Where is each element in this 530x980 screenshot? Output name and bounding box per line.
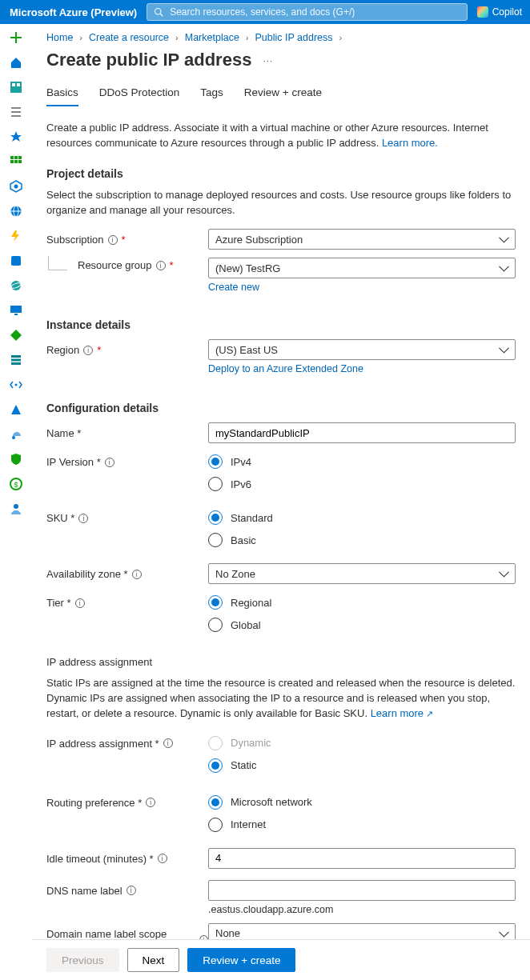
info-icon[interactable]: i	[108, 235, 118, 245]
radio-ipv6[interactable]: IPv6	[208, 477, 516, 491]
radio-label: Internet	[231, 818, 266, 830]
previous-button: Previous	[46, 948, 119, 972]
tab-ddos-protection[interactable]: DDoS Protection	[99, 86, 180, 106]
nav-vnet[interactable]	[7, 376, 25, 394]
info-icon[interactable]: i	[105, 458, 114, 467]
radio-label: Standard	[231, 512, 273, 524]
svg-rect-3	[12, 83, 15, 86]
brand[interactable]: Microsoft Azure (Preview)	[10, 6, 137, 18]
dns-name-input[interactable]	[208, 880, 516, 901]
radio-internet[interactable]: Internet	[208, 818, 516, 832]
nav-sql[interactable]	[7, 252, 25, 270]
breadcrumb-marketplace[interactable]: Marketplace	[185, 32, 239, 43]
breadcrumb-public-ip[interactable]: Public IP address	[255, 32, 333, 43]
nav-cosmos[interactable]	[7, 277, 25, 294]
info-icon[interactable]: i	[158, 854, 167, 863]
svg-rect-22	[11, 359, 21, 362]
nav-identity[interactable]	[7, 500, 25, 518]
learn-more-ip-assignment-link[interactable]: Learn more	[371, 707, 434, 719]
nav-globe[interactable]	[7, 202, 25, 220]
nav-ad[interactable]	[7, 401, 25, 418]
idle-timeout-input[interactable]	[208, 848, 516, 869]
intro-text: Create a public IP address. Associate it…	[46, 121, 516, 151]
nav-vm[interactable]	[7, 302, 25, 319]
svg-rect-10	[18, 160, 22, 163]
region-label: Region	[46, 344, 79, 356]
next-button[interactable]: Next	[127, 948, 180, 972]
resource-group-dropdown[interactable]: (New) TestRG	[208, 258, 516, 278]
nav-security[interactable]	[7, 450, 25, 468]
svg-rect-4	[17, 83, 20, 86]
nav-cost[interactable]: $	[7, 475, 25, 493]
chevron-right-icon: ›	[175, 33, 179, 42]
search-input[interactable]	[168, 6, 460, 18]
info-icon[interactable]: i	[83, 346, 93, 355]
nav-add[interactable]	[7, 29, 25, 46]
main-content: Home› Create a resource› Marketplace› Pu…	[32, 24, 530, 980]
svg-rect-19	[10, 306, 22, 313]
subscription-dropdown[interactable]: Azure Subscription	[208, 229, 516, 250]
nav-favorites[interactable]	[7, 128, 25, 146]
tab-review-create[interactable]: Review + create	[244, 86, 322, 106]
chevron-right-icon: ›	[246, 33, 249, 42]
more-icon[interactable]: ···	[263, 55, 273, 66]
info-icon[interactable]: i	[75, 598, 85, 608]
info-icon[interactable]: i	[156, 261, 166, 270]
copilot-label: Copilot	[492, 6, 522, 18]
tab-tags[interactable]: Tags	[200, 86, 223, 106]
name-label: Name *	[46, 427, 81, 439]
info-icon[interactable]: i	[132, 570, 142, 579]
tab-basics[interactable]: Basics	[46, 86, 78, 106]
availability-zone-dropdown[interactable]: No Zone	[208, 563, 516, 584]
global-search[interactable]	[147, 3, 467, 21]
name-input[interactable]	[208, 422, 516, 443]
svg-point-28	[14, 504, 18, 509]
radio-icon	[208, 533, 223, 547]
radio-ipv4[interactable]: IPv4	[208, 454, 516, 469]
radio-standard[interactable]: Standard	[208, 510, 516, 525]
svg-rect-9	[14, 160, 18, 163]
nav-functions[interactable]	[7, 227, 25, 245]
svg-rect-23	[11, 362, 21, 365]
radio-basic[interactable]: Basic	[208, 533, 516, 547]
copilot-icon	[477, 6, 488, 18]
breadcrumb-create-resource[interactable]: Create a resource	[89, 32, 169, 43]
radio-label: IPv4	[231, 456, 251, 468]
nav-home[interactable]	[7, 54, 25, 71]
copilot-button[interactable]: Copilot	[477, 6, 522, 18]
radio-icon	[208, 758, 223, 773]
ip-assignment-label: IP address assignment *	[46, 738, 159, 750]
extended-zone-link[interactable]: Deploy to an Azure Extended Zone	[208, 363, 516, 374]
nav-all-services[interactable]	[7, 103, 25, 121]
nav-dashboard[interactable]	[7, 78, 25, 96]
svg-point-17	[11, 281, 21, 290]
nav-storage[interactable]	[7, 351, 25, 369]
radio-static[interactable]: Static	[208, 758, 516, 773]
info-icon[interactable]: i	[163, 738, 173, 748]
required-indicator: *	[170, 259, 174, 271]
nav-monitor[interactable]	[7, 426, 25, 443]
info-icon[interactable]: i	[126, 886, 136, 895]
breadcrumb-home[interactable]: Home	[46, 32, 73, 43]
radio-microsoft-network[interactable]: Microsoft network	[208, 795, 516, 810]
nav-kubernetes[interactable]	[7, 178, 25, 195]
availability-zone-label: Availability zone *	[46, 568, 128, 580]
review-create-button[interactable]: Review + create	[187, 948, 295, 972]
radio-icon	[208, 510, 223, 525]
nav-apps[interactable]	[7, 153, 25, 170]
idle-timeout-label: Idle timeout (minutes) *	[46, 853, 154, 865]
radio-regional[interactable]: Regional	[208, 595, 516, 610]
create-new-link[interactable]: Create new	[208, 282, 516, 293]
info-icon[interactable]: i	[78, 514, 88, 523]
svg-point-25	[12, 436, 15, 439]
region-dropdown[interactable]: (US) East US	[208, 339, 516, 360]
tree-connector	[48, 256, 67, 270]
radio-label: Regional	[231, 597, 271, 609]
radio-label: Dynamic	[231, 737, 271, 749]
nav-load-balancer[interactable]	[7, 326, 25, 344]
svg-rect-8	[10, 160, 14, 163]
project-details-heading: Project details	[46, 167, 516, 180]
radio-global[interactable]: Global	[208, 618, 516, 632]
learn-more-link[interactable]: Learn more.	[382, 137, 438, 149]
info-icon[interactable]: i	[146, 798, 155, 807]
